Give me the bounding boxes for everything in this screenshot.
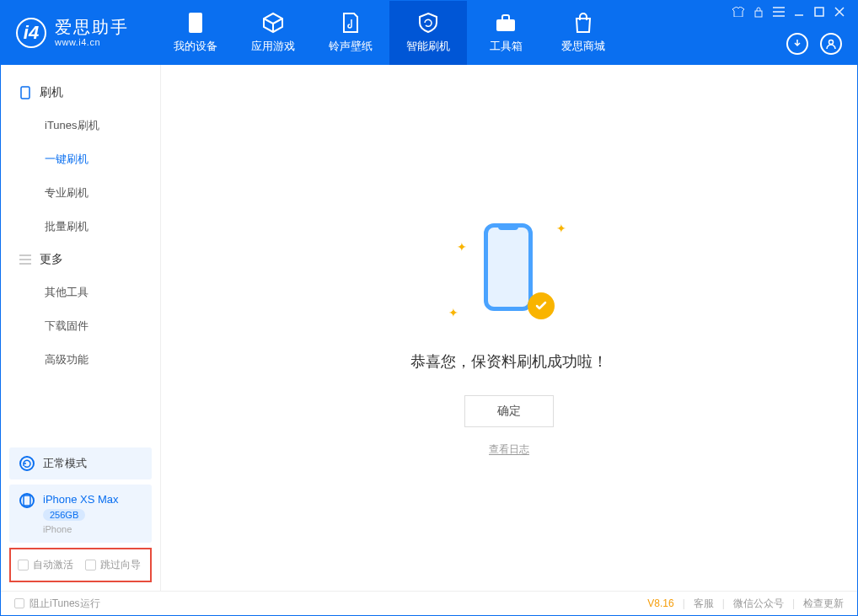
spark-icon: ✦	[556, 222, 563, 228]
highlighted-options: 自动激活 跳过向导	[9, 548, 152, 582]
device-type: iPhone	[43, 524, 119, 534]
checkbox-auto-activate[interactable]: 自动激活	[18, 558, 73, 572]
tab-apps-games[interactable]: 应用游戏	[234, 1, 312, 65]
download-icon[interactable]	[786, 33, 808, 55]
shirt-icon[interactable]	[732, 6, 744, 18]
refresh-icon	[19, 456, 35, 471]
ok-button[interactable]: 确定	[464, 395, 554, 427]
tab-label: 应用游戏	[251, 39, 295, 54]
device-icon	[185, 12, 206, 34]
brand-name: 爱思助手	[55, 19, 129, 35]
checkbox-skip-wizard[interactable]: 跳过向导	[85, 558, 141, 572]
footer-link-support[interactable]: 客服	[694, 597, 714, 611]
checkbox-icon	[18, 560, 29, 570]
window-controls	[732, 6, 845, 18]
tab-label: 我的设备	[174, 39, 217, 54]
tab-label: 铃声壁纸	[329, 39, 373, 54]
checkbox-block-itunes[interactable]: 阻止iTunes运行	[14, 597, 100, 611]
shield-refresh-icon	[417, 12, 439, 34]
bag-icon	[572, 12, 594, 34]
tab-store[interactable]: 爱思商城	[544, 1, 622, 65]
checkbox-icon	[85, 560, 96, 570]
mode-card[interactable]: 正常模式	[9, 447, 152, 479]
checkbox-icon	[14, 598, 24, 608]
sidebar-item-oneclick-flash[interactable]: 一键刷机	[1, 142, 160, 176]
sidebar-item-download-firmware[interactable]: 下载固件	[1, 309, 160, 343]
checkbox-label: 阻止iTunes运行	[29, 597, 100, 611]
device-card[interactable]: iPhone XS Max 256GB iPhone	[9, 485, 152, 543]
sidebar-item-batch-flash[interactable]: 批量刷机	[1, 210, 160, 244]
check-badge-icon	[528, 292, 555, 319]
sidebar-item-itunes-flash[interactable]: iTunes刷机	[1, 109, 160, 142]
tab-my-device[interactable]: 我的设备	[157, 1, 234, 65]
svg-rect-3	[815, 8, 823, 16]
phone-outline-icon	[484, 223, 533, 311]
success-message: 恭喜您，保资料刷机成功啦！	[410, 351, 608, 372]
section-label: 更多	[40, 252, 63, 267]
tab-label: 工具箱	[490, 39, 523, 54]
phone-icon	[19, 87, 31, 99]
main-content: ✦ ✦ ✦ 恭喜您，保资料刷机成功啦！ 确定 查看日志	[161, 65, 857, 591]
music-file-icon	[340, 12, 362, 34]
sidebar-item-advanced[interactable]: 高级功能	[1, 343, 160, 377]
section-label: 刷机	[40, 85, 63, 100]
mode-label: 正常模式	[43, 456, 87, 471]
logo-icon: i4	[16, 18, 46, 48]
lock-icon[interactable]	[753, 6, 764, 18]
header: i4 爱思助手 www.i4.cn 我的设备 应用游戏 铃声壁纸 智能刷机 工具…	[1, 1, 857, 65]
footer-link-wechat[interactable]: 微信公众号	[733, 597, 784, 611]
svg-rect-2	[755, 11, 762, 17]
sidebar-section-more: 更多	[1, 244, 160, 276]
device-name: iPhone XS Max	[43, 493, 119, 506]
user-icon[interactable]	[820, 33, 842, 55]
sidebar: 刷机 iTunes刷机 一键刷机 专业刷机 批量刷机 更多 其他工具 下载固件 …	[1, 65, 161, 591]
sidebar-item-pro-flash[interactable]: 专业刷机	[1, 176, 160, 210]
sidebar-section-flash: 刷机	[1, 77, 160, 109]
tab-smart-flash[interactable]: 智能刷机	[389, 1, 467, 65]
phone-icon	[19, 493, 35, 508]
menu-icon[interactable]	[773, 6, 785, 18]
spark-icon: ✦	[448, 306, 455, 313]
tab-toolbox[interactable]: 工具箱	[467, 1, 544, 65]
tab-label: 爱思商城	[561, 39, 605, 54]
minimize-icon[interactable]	[793, 6, 805, 18]
checkbox-label: 自动激活	[33, 558, 73, 572]
footer-link-update[interactable]: 检查更新	[803, 597, 844, 611]
list-icon	[19, 254, 31, 265]
svg-rect-6	[24, 495, 30, 506]
version-label: V8.16	[647, 597, 673, 609]
svg-point-4	[829, 40, 834, 45]
maximize-icon[interactable]	[813, 6, 825, 18]
main-tabs: 我的设备 应用游戏 铃声壁纸 智能刷机 工具箱 爱思商城	[157, 1, 622, 65]
svg-rect-1	[496, 19, 515, 31]
sidebar-item-other-tools[interactable]: 其他工具	[1, 276, 160, 309]
logo[interactable]: i4 爱思助手 www.i4.cn	[1, 1, 157, 65]
view-log-link[interactable]: 查看日志	[489, 442, 529, 457]
brand-url: www.i4.cn	[55, 37, 129, 47]
svg-rect-5	[21, 87, 29, 99]
cube-icon	[262, 12, 284, 34]
spark-icon: ✦	[457, 240, 464, 247]
svg-rect-0	[189, 13, 202, 33]
tab-ringtone-wallpaper[interactable]: 铃声壁纸	[312, 1, 389, 65]
tab-label: 智能刷机	[406, 39, 450, 54]
toolbox-icon	[495, 12, 517, 34]
close-icon[interactable]	[834, 6, 845, 18]
header-actions	[786, 33, 842, 55]
success-illustration: ✦ ✦ ✦	[458, 217, 560, 326]
status-bar: 阻止iTunes运行 V8.16 | 客服 | 微信公众号 | 检查更新	[1, 591, 857, 615]
checkbox-label: 跳过向导	[100, 558, 141, 572]
device-storage: 256GB	[43, 509, 85, 521]
